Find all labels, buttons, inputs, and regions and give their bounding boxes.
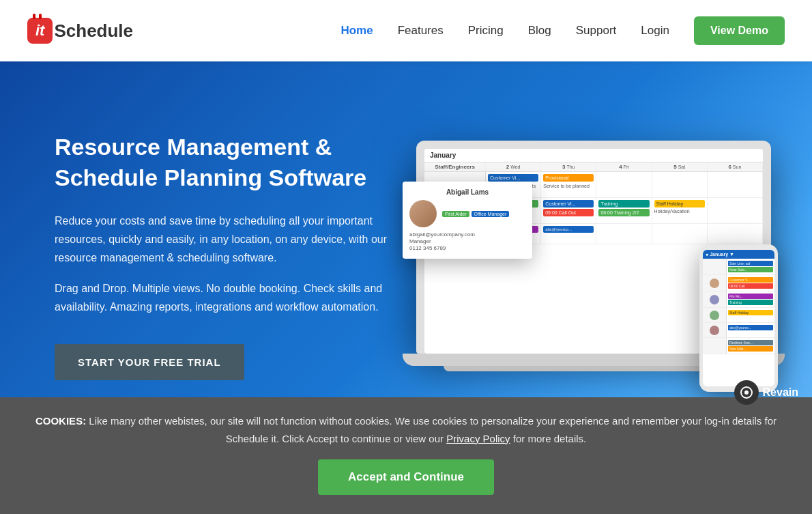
- cell-unassigned-2: Provisional Service to be planned: [541, 172, 596, 197]
- revain-badge: Revain: [734, 380, 798, 405]
- day-header-5: 5 Sat: [652, 162, 708, 171]
- popup-avatar-row: First Aider Office Manager: [409, 200, 525, 227]
- popup-user-name: Abigail Lams: [409, 188, 525, 196]
- nav-home[interactable]: Home: [340, 24, 373, 38]
- cookie-text: COOKIES: Like many other webistes, our s…: [27, 412, 785, 447]
- cookie-banner: COOKIES: Like many other webistes, our s…: [0, 397, 812, 491]
- popup-email: abigail@yourcompany.com: [409, 231, 525, 238]
- cell-abigail-4: Staff Holiday Holiday/Vacation: [652, 198, 708, 223]
- tag-first-aider: First Aider: [442, 211, 469, 217]
- mobile-event-2: Note Sale...: [728, 267, 773, 272]
- nav-blog[interactable]: Blog: [528, 24, 551, 38]
- laptop-foot: [444, 366, 744, 371]
- tag-office-manager: Office Manager: [472, 211, 510, 217]
- mobile-cell-1: Sale Line: aol Note Sale...: [727, 259, 774, 274]
- mobile-row-label-3: [703, 291, 727, 307]
- event-extra-2: abc@yourco...: [543, 226, 594, 233]
- cell-unassigned-5: [708, 172, 763, 197]
- popup-phone: 0112 345 6789: [409, 245, 525, 251]
- cookie-strong: COOKIES:: [35, 415, 86, 427]
- staff-column-label: Staff/Engineers: [424, 162, 486, 171]
- revain-label: Revain: [763, 386, 798, 399]
- mobile-mockup: ● January ▼ Sale Line: aol Note Sale... …: [699, 244, 778, 392]
- hero-body-1: Reduce your costs and save time by sched…: [55, 212, 396, 268]
- cookie-end: for more details.: [510, 433, 587, 444]
- popup-avatar: [409, 200, 437, 227]
- mobile-event-5: Rlo Mo...: [728, 294, 773, 299]
- hero-title: Resource Management & Schedule Planning …: [55, 132, 396, 192]
- start-trial-button[interactable]: START YOUR FREE TRIAL: [55, 344, 244, 380]
- mobile-row-label-2: [703, 275, 727, 291]
- mobile-cell-6: Recliner: Ane... Noe Sdle...: [727, 338, 774, 354]
- cell-extra-3: [596, 224, 652, 244]
- mobile-event-1: Sale Line: aol: [728, 261, 773, 266]
- mobile-row-3: Rlo Mo... Training: [703, 291, 774, 308]
- hero-content: Resource Management & Schedule Planning …: [55, 132, 396, 380]
- mobile-cell-3: Rlo Mo... Training: [727, 291, 774, 307]
- cookie-body: Like many other webistes, our site will …: [86, 415, 777, 444]
- nav-features[interactable]: Features: [398, 24, 444, 38]
- svg-point-1: [744, 390, 749, 395]
- accept-cookies-button[interactable]: Accept and Continue: [318, 459, 494, 491]
- mobile-event-10: Noe Sdle...: [728, 346, 773, 352]
- privacy-policy-link[interactable]: Privacy Policy: [446, 433, 510, 444]
- mobile-screen: ● January ▼ Sale Line: aol Note Sale... …: [703, 250, 774, 386]
- cell-extra-4: [652, 224, 708, 244]
- mobile-row-4: Staff Holiday: [703, 308, 774, 323]
- mobile-event-4: 09:00 Call: [728, 283, 773, 289]
- mobile-event-6: Training: [728, 300, 773, 305]
- mobile-cell-2: Customer V... 09:00 Call: [727, 275, 774, 291]
- event-call-out-2: 09:00 Call Out: [543, 209, 594, 216]
- mobile-row-5: abc@yourco...: [703, 323, 774, 338]
- mobile-row-label-4: [703, 308, 727, 322]
- day-header-2: 2 Wed: [486, 162, 541, 171]
- day-header-4: 4 Fri: [596, 162, 652, 171]
- popup-role: Manager: [409, 238, 525, 244]
- nav-links: Home Features Pricing Blog Support Login…: [340, 16, 785, 45]
- event-call-out: Customer Vi...: [543, 200, 594, 208]
- mobile-row-1: Sale Line: aol Note Sale...: [703, 259, 774, 275]
- mobile-cell-5: abc@yourco...: [727, 323, 774, 337]
- mobile-event-7: Staff Holiday: [728, 310, 773, 315]
- popup-info: abigail@yourcompany.com Manager 0112 345…: [409, 231, 525, 251]
- view-demo-button[interactable]: View Demo: [694, 16, 785, 45]
- logo-schedule-text: Schedule: [54, 20, 133, 42]
- cell-abigail-3: Training 08:00 Training 2/2: [596, 198, 652, 223]
- revain-icon: [734, 380, 759, 405]
- event-training: Training: [598, 200, 649, 208]
- schedule-month-header: January: [424, 149, 763, 162]
- nav-pricing[interactable]: Pricing: [468, 24, 504, 38]
- user-popup-card: Abigail Lams First Aider Office Manager …: [403, 182, 532, 259]
- mobile-event-8: abc@yourco...: [728, 325, 773, 330]
- hero-visual: January Staff/Engineers 2 Wed 3 Thu 4 Fr…: [396, 141, 771, 371]
- mobile-row-label-5: [703, 323, 727, 337]
- event-customer-visit: Customer Vi...: [488, 174, 538, 182]
- nav-login[interactable]: Login: [641, 24, 669, 38]
- logo[interactable]: it Schedule: [27, 18, 133, 44]
- navigation: it Schedule Home Features Pricing Blog S…: [0, 0, 812, 61]
- mobile-row-6: Recliner: Ane... Noe Sdle...: [703, 338, 774, 354]
- mobile-event-9: Recliner: Ane...: [728, 340, 773, 345]
- mobile-header: ● January ▼: [703, 250, 774, 259]
- hero-section: Resource Management & Schedule Planning …: [0, 61, 812, 451]
- cell-abigail-5: [708, 198, 763, 223]
- mobile-event-3: Customer V...: [728, 277, 773, 283]
- schedule-day-headers: Staff/Engineers 2 Wed 3 Thu 4 Fri 5 Sat …: [424, 162, 763, 172]
- cell-extra-5: [708, 224, 763, 244]
- laptop-mockup: January Staff/Engineers 2 Wed 3 Thu 4 Fr…: [416, 141, 771, 371]
- event-training2: 08:00 Training 2/2: [598, 209, 649, 216]
- cell-abigail-2: Customer Vi... 09:00 Call Out: [541, 198, 596, 223]
- cell-extra-2: abc@yourco...: [541, 224, 596, 244]
- hero-body-2: Drag and Drop. Multiple views. No double…: [55, 279, 396, 316]
- mobile-cell-4: Staff Holiday: [727, 308, 774, 322]
- cell-unassigned-4: [652, 172, 708, 197]
- day-header-6: 6 Sun: [708, 162, 763, 171]
- mobile-row-2: Customer V... 09:00 Call: [703, 275, 774, 291]
- mobile-row-label-1: [703, 259, 727, 274]
- mobile-row-label-6: [703, 338, 727, 354]
- day-header-3: 3 Thu: [541, 162, 596, 171]
- event-provisional: Provisional: [543, 174, 594, 182]
- nav-support[interactable]: Support: [576, 24, 617, 38]
- event-holiday: Staff Holiday: [654, 200, 705, 208]
- cell-unassigned-3: [596, 172, 652, 197]
